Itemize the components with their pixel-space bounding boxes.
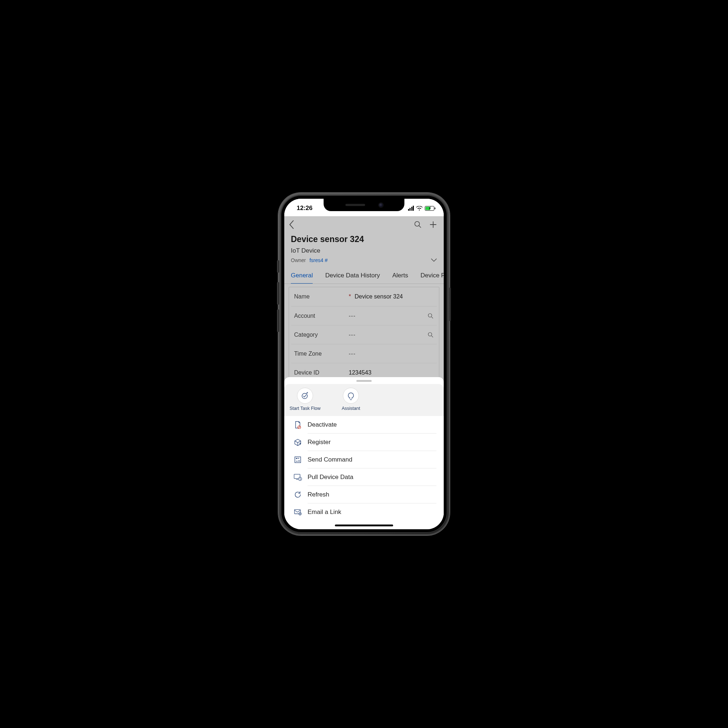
refresh-icon bbox=[292, 491, 304, 498]
svg-rect-5 bbox=[295, 457, 301, 463]
wifi-icon bbox=[416, 206, 423, 211]
quick-start-task-flow[interactable]: Start Task Flow bbox=[289, 388, 321, 411]
action-email-link-label: Email a Link bbox=[307, 503, 436, 521]
front-camera bbox=[379, 203, 383, 207]
notch bbox=[324, 199, 404, 211]
action-deactivate[interactable]: Deactivate bbox=[284, 416, 444, 434]
action-send-command[interactable]: Send Command bbox=[284, 451, 444, 468]
task-flow-icon bbox=[297, 388, 313, 404]
action-deactivate-label: Deactivate bbox=[307, 416, 436, 434]
status-time: 12:26 bbox=[293, 203, 312, 212]
pull-data-icon bbox=[292, 474, 304, 481]
sheet-grip[interactable] bbox=[356, 380, 372, 382]
action-register[interactable]: Register bbox=[284, 434, 444, 451]
power-button bbox=[449, 288, 451, 321]
action-refresh[interactable]: Refresh bbox=[284, 486, 444, 503]
svg-rect-6 bbox=[296, 458, 297, 459]
action-refresh-label: Refresh bbox=[307, 486, 436, 503]
action-sheet: Start Task Flow Assistant bbox=[284, 377, 444, 529]
screen: 12:26 ⚡︎ bbox=[284, 199, 444, 529]
register-icon bbox=[292, 438, 304, 446]
signal-icon bbox=[408, 206, 414, 211]
action-pull-device-data-label: Pull Device Data bbox=[307, 468, 436, 486]
deactivate-icon bbox=[292, 421, 304, 429]
send-command-icon bbox=[292, 456, 304, 463]
assistant-icon bbox=[343, 388, 359, 404]
action-register-label: Register bbox=[307, 434, 436, 451]
battery-icon: ⚡︎ bbox=[425, 206, 434, 211]
svg-point-11 bbox=[299, 512, 301, 515]
action-email-link[interactable]: Email a Link bbox=[284, 503, 444, 521]
action-send-command-label: Send Command bbox=[307, 451, 436, 468]
action-pull-device-data[interactable]: Pull Device Data bbox=[284, 468, 444, 486]
home-indicator[interactable] bbox=[335, 525, 393, 526]
volume-up-button bbox=[277, 282, 279, 305]
quick-start-task-flow-label: Start Task Flow bbox=[289, 406, 320, 411]
quick-assistant[interactable]: Assistant bbox=[335, 388, 367, 411]
svg-rect-7 bbox=[298, 460, 300, 462]
mute-switch bbox=[277, 260, 279, 273]
svg-point-3 bbox=[302, 393, 307, 399]
phone-frame: 12:26 ⚡︎ bbox=[278, 193, 450, 535]
speaker bbox=[346, 204, 365, 206]
email-link-icon bbox=[292, 509, 304, 515]
quick-assistant-label: Assistant bbox=[342, 406, 360, 411]
volume-down-button bbox=[277, 309, 279, 332]
